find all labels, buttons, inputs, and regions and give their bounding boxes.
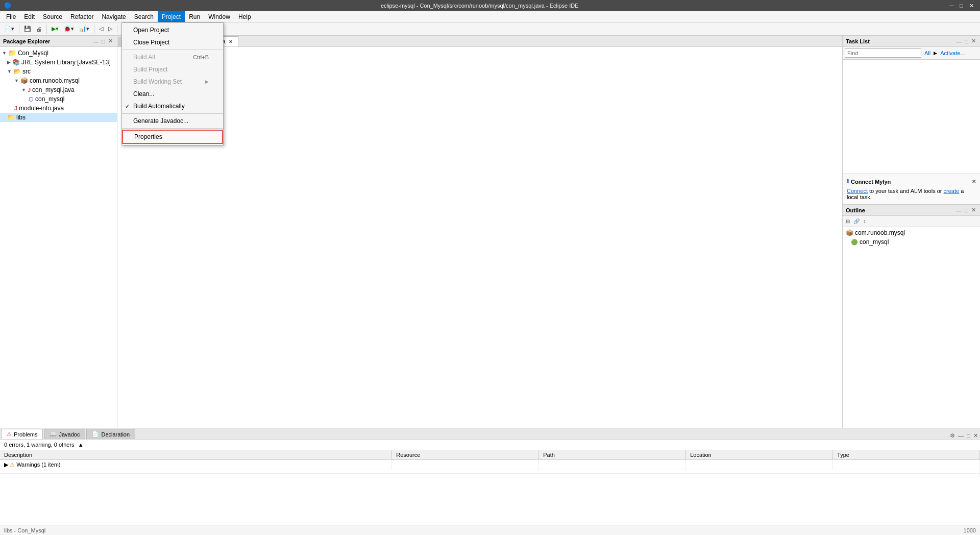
class-outline-icon: 🟢	[851, 239, 858, 246]
problems-table: Description Resource Path Location	[0, 450, 980, 525]
package-explorer-title: Package Explorer	[3, 38, 50, 44]
outline-class-label: con_mysql	[860, 238, 889, 246]
print-button[interactable]: 🖨	[34, 25, 44, 34]
editor-content[interactable]: package package com.runoob.mysql; com.ru…	[117, 47, 842, 428]
mylyn-close[interactable]: ✕	[972, 179, 976, 184]
coverage-button[interactable]: 📊▾	[77, 24, 91, 34]
tree-item-project[interactable]: ▼ 📁 Con_Mysql	[0, 48, 117, 58]
bottom-panel-minimize[interactable]: —	[957, 433, 965, 439]
menu-properties[interactable]: Properties	[122, 130, 223, 144]
task-list-content	[843, 60, 980, 174]
tree-item-package[interactable]: ▼ 📦 com.runoob.mysql	[0, 76, 117, 85]
task-list-close[interactable]: ✕	[970, 38, 977, 44]
package-icon: 📦	[20, 77, 28, 84]
table-row-empty-1	[0, 470, 980, 474]
tree-item-java-file[interactable]: ▼ J con_mysql.java	[0, 85, 117, 94]
outline-minimize[interactable]: —	[955, 207, 963, 213]
menu-run[interactable]: Run	[185, 11, 204, 22]
new-button[interactable]: 📄▾	[2, 24, 16, 34]
menu-build-working-set[interactable]: Build Working Set ▶	[122, 76, 223, 88]
outline-sort[interactable]: ↕	[862, 218, 867, 225]
tree-item-jre[interactable]: ▶ 📚 JRE System Library [JavaSE-13]	[0, 58, 117, 67]
tree-item-src[interactable]: ▼ 📂 src	[0, 67, 117, 76]
menu-source[interactable]: Source	[39, 11, 66, 22]
tree-item-libs[interactable]: 📁 libs	[0, 113, 117, 122]
menu-item-label: Clean...	[133, 90, 154, 98]
title-bar-icon: 🔵	[4, 2, 12, 9]
declaration-icon: 📄	[92, 431, 99, 437]
menu-build-project[interactable]: Build Project	[122, 63, 223, 76]
task-all-button[interactable]: All	[923, 50, 932, 57]
project-dropdown-menu: Open Project Close Project Build All Ctr…	[121, 22, 224, 145]
menu-navigate[interactable]: Navigate	[97, 11, 130, 22]
task-find-input[interactable]	[845, 48, 921, 58]
menu-file[interactable]: File	[2, 11, 20, 22]
prev-edit-button[interactable]: ◁	[97, 24, 105, 34]
menu-close-project[interactable]: Close Project	[122, 36, 223, 48]
menu-build-all[interactable]: Build All Ctrl+B	[122, 51, 223, 63]
tree-item-module-info[interactable]: J module-info.java	[0, 104, 117, 113]
col-location: Location	[686, 450, 833, 460]
editor-tabs: J module-info.java J con_mysql.java ✕	[117, 36, 842, 47]
debug-button[interactable]: 🐞▾	[62, 24, 76, 34]
expand-row-icon[interactable]: ▶	[4, 461, 8, 468]
maximize-button[interactable]: □	[958, 3, 965, 9]
task-list-maximize[interactable]: □	[964, 38, 969, 44]
tab-close-icon[interactable]: ✕	[229, 39, 233, 44]
outline-maximize[interactable]: □	[964, 207, 969, 213]
package-explorer-tree[interactable]: ▼ 📁 Con_Mysql ▶ 📚 JRE System Library [Ja…	[0, 47, 117, 428]
code-line-1: package package com.runoob.mysql; com.ru…	[121, 51, 838, 61]
cell-description: ▶ ⚠ Warnings (1 item)	[0, 460, 392, 470]
close-window-button[interactable]: ✕	[967, 3, 976, 9]
menu-search[interactable]: Search	[130, 11, 158, 22]
bottom-panel-close[interactable]: ✕	[972, 432, 979, 439]
col-resource: Resource	[392, 450, 539, 460]
outline-package-item[interactable]: 📦 com.runoob.mysql	[844, 228, 979, 237]
mylyn-create-link[interactable]: create	[944, 188, 960, 194]
outline-tree[interactable]: 📦 com.runoob.mysql 🟢 con_mysql	[843, 227, 980, 428]
java-icon: J	[28, 87, 31, 93]
outline-close[interactable]: ✕	[970, 207, 977, 213]
menu-edit[interactable]: Edit	[20, 11, 39, 22]
menu-shortcut: Ctrl+B	[193, 54, 209, 60]
next-edit-button[interactable]: ▷	[106, 24, 114, 34]
bottom-panel-filter[interactable]: ⚙	[949, 432, 956, 439]
status-left: libs - Con_Mysql	[4, 527, 45, 533]
menu-build-automatically[interactable]: Build Automatically	[122, 100, 223, 112]
menu-refactor[interactable]: Refactor	[66, 11, 97, 22]
problems-count: 0 errors, 1 warning, 0 others	[4, 442, 75, 448]
menu-bar: File Edit Source Refactor Navigate Searc…	[0, 11, 980, 22]
outline-link-editor[interactable]: 🔗	[852, 218, 861, 225]
run-button[interactable]: ▶▾	[50, 24, 61, 34]
bottom-tabs: ⚠ Problems 📖 Javadoc 📄 Declaration ⚙ — □…	[0, 428, 980, 440]
menu-clean[interactable]: Clean...	[122, 88, 223, 100]
menu-window[interactable]: Window	[204, 11, 234, 22]
tab-problems[interactable]: ⚠ Problems	[1, 429, 43, 439]
cell-description-text: Warnings (1 item)	[16, 461, 60, 468]
tab-declaration[interactable]: 📄 Declaration	[86, 429, 135, 439]
task-activate-button[interactable]: Activate...	[939, 50, 966, 57]
tab-javadoc[interactable]: 📖 Javadoc	[44, 429, 85, 439]
menu-open-project[interactable]: Open Project	[122, 24, 223, 36]
bottom-panel-maximize[interactable]: □	[966, 433, 971, 439]
minimize-button[interactable]: ─	[948, 3, 956, 9]
task-list-minimize[interactable]: —	[955, 38, 963, 44]
menu-generate-javadoc[interactable]: Generate Javadoc...	[122, 115, 223, 127]
class-icon: ⬡	[29, 96, 34, 103]
menu-item-label: Build All	[133, 54, 155, 61]
tree-item-class[interactable]: ⬡ con_mysql	[0, 94, 117, 104]
menu-project[interactable]: Project	[158, 11, 185, 22]
package-explorer-minimize[interactable]: —	[92, 38, 100, 44]
tree-item-label: con_mysql	[35, 95, 64, 103]
outline-collapse-all[interactable]: ⊟	[845, 218, 851, 225]
bottom-content: 0 errors, 1 warning, 0 others ▲ Descript…	[0, 440, 980, 525]
mylyn-connect-link[interactable]: Connect	[847, 188, 868, 194]
table-row[interactable]: ▶ ⚠ Warnings (1 item)	[0, 460, 980, 470]
menu-help[interactable]: Help	[234, 11, 255, 22]
problems-data-table: Description Resource Path Location	[0, 450, 980, 477]
package-explorer-close[interactable]: ✕	[107, 38, 114, 44]
package-explorer-maximize[interactable]: □	[101, 38, 106, 44]
save-button[interactable]: 💾	[22, 24, 33, 34]
title-bar-title: eclipse-mysql - Con_Mysql/src/com/runoob…	[12, 3, 948, 9]
outline-class-item[interactable]: 🟢 con_mysql	[844, 237, 979, 247]
